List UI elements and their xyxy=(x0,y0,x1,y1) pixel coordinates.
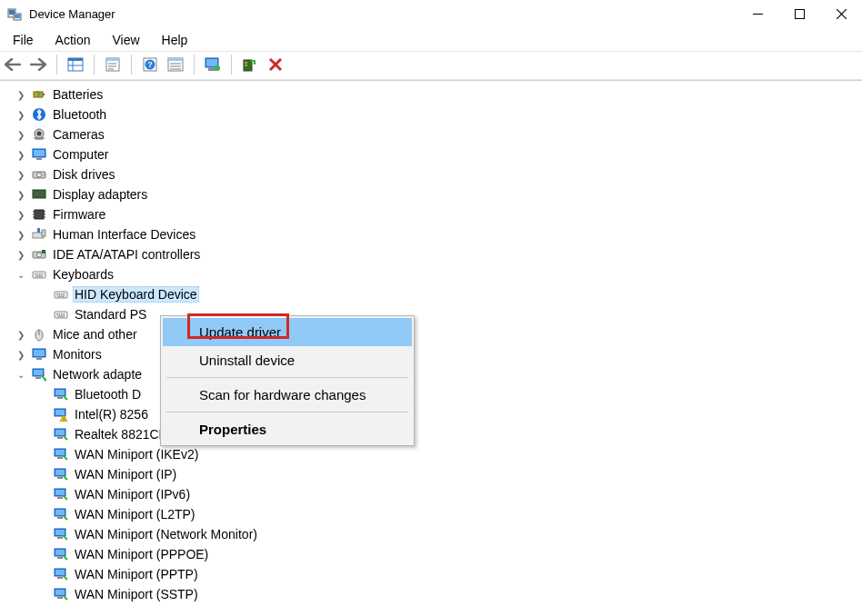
expand-icon[interactable]: ❯ xyxy=(15,330,27,340)
network-adapter-icon xyxy=(53,506,69,522)
svg-rect-57 xyxy=(37,228,40,233)
svg-rect-79 xyxy=(57,316,65,317)
toolbar-detail-view-button[interactable] xyxy=(165,54,186,75)
expand-icon[interactable]: ❯ xyxy=(15,190,27,200)
network-adapter-icon xyxy=(53,526,69,542)
firmware-icon xyxy=(31,206,47,223)
svg-point-44 xyxy=(37,173,42,177)
svg-rect-114 xyxy=(55,550,65,555)
expand-icon[interactable]: ❯ xyxy=(15,90,27,100)
menu-help[interactable]: Help xyxy=(153,31,197,49)
tree-item-hid-keyboard[interactable]: · HID Keyboard Device xyxy=(36,284,862,304)
toolbar-properties-button[interactable] xyxy=(102,54,124,75)
tree-label: WAN Miniport (PPPOE) xyxy=(73,546,210,562)
tree-item-disk-drives[interactable]: ❯ Disk drives xyxy=(15,164,862,184)
svg-point-39 xyxy=(37,132,42,136)
collapse-icon[interactable]: ⌄ xyxy=(15,270,27,280)
tree-label: WAN Miniport (Network Monitor) xyxy=(73,526,259,542)
expand-icon[interactable]: ❯ xyxy=(15,130,27,140)
tree-label: Network adapte xyxy=(51,366,144,383)
svg-rect-86 xyxy=(34,370,43,375)
toolbar-scan-button[interactable] xyxy=(202,54,224,75)
tree-item-wan-ikev2[interactable]: ·WAN Miniport (IKEv2) xyxy=(36,444,862,464)
minimize-button[interactable] xyxy=(737,0,778,29)
tree-item-computer[interactable]: ❯ Computer xyxy=(15,144,862,164)
tree-item-wan-ip[interactable]: ·WAN Miniport (IP) xyxy=(36,464,862,484)
svg-rect-67 xyxy=(35,276,43,277)
tree-item-wan-sstp[interactable]: ·WAN Miniport (SSTP) xyxy=(36,584,862,604)
context-menu-scan-hardware[interactable]: Scan for hardware changes xyxy=(163,381,412,409)
menu-file[interactable]: File xyxy=(4,31,43,49)
toolbar-forward-button[interactable] xyxy=(27,54,49,75)
device-tree[interactable]: ❯ Batteries ❯ Bluetooth ❯ Cameras ❯ xyxy=(0,80,862,612)
svg-rect-96 xyxy=(55,430,65,435)
tree-item-wan-pppoe[interactable]: ·WAN Miniport (PPPOE) xyxy=(36,544,862,564)
menubar: File Action View Help xyxy=(0,29,862,51)
titlebar: Device Manager xyxy=(0,0,862,29)
svg-rect-105 xyxy=(55,490,65,495)
tree-label: Display adapters xyxy=(51,186,149,203)
svg-point-60 xyxy=(37,253,42,257)
svg-rect-111 xyxy=(55,530,65,535)
expand-icon[interactable]: ❯ xyxy=(15,110,27,120)
tree-item-bluetooth[interactable]: ❯ Bluetooth xyxy=(15,104,862,124)
tree-item-wan-pptp[interactable]: ·WAN Miniport (PPTP) xyxy=(36,564,862,584)
tree-item-cameras[interactable]: ❯ Cameras xyxy=(15,124,862,144)
toolbar-back-button[interactable] xyxy=(2,54,24,75)
tree-item-display-adapters[interactable]: ❯ Display adapters xyxy=(15,184,862,204)
expand-icon[interactable]: ❯ xyxy=(15,250,27,260)
tree-item-monitors[interactable]: ❯ Monitors xyxy=(15,344,862,364)
context-menu-update-driver[interactable]: Update driver xyxy=(163,318,412,346)
tree-label: WAN Miniport (IKEv2) xyxy=(73,446,200,462)
svg-rect-115 xyxy=(57,557,63,559)
tree-item-wan-ipv6[interactable]: ·WAN Miniport (IPv6) xyxy=(36,484,862,504)
menu-action[interactable]: Action xyxy=(46,31,100,49)
tree-label: WAN Miniport (L2TP) xyxy=(73,506,197,522)
expand-icon[interactable]: ❯ xyxy=(15,350,27,360)
svg-rect-100 xyxy=(57,457,63,459)
expand-icon[interactable]: ❯ xyxy=(15,170,27,180)
mouse-icon xyxy=(31,326,47,343)
tree-item-keyboards[interactable]: ⌄ Keyboards xyxy=(15,264,862,284)
tree-item-firmware[interactable]: ❯ Firmware xyxy=(15,204,862,224)
tree-label: Disk drives xyxy=(51,166,116,183)
context-menu-uninstall-device[interactable]: Uninstall device xyxy=(163,346,412,374)
tree-item-batteries[interactable]: ❯ Batteries xyxy=(15,84,862,104)
toolbar-separator xyxy=(194,55,195,75)
svg-rect-93 xyxy=(55,410,65,415)
collapse-icon[interactable]: ⌄ xyxy=(15,370,27,380)
svg-rect-63 xyxy=(35,273,36,275)
svg-rect-102 xyxy=(55,470,65,475)
maximize-button[interactable] xyxy=(778,0,820,29)
tree-label: Bluetooth D xyxy=(73,386,143,402)
tree-label: Firmware xyxy=(51,206,107,223)
no-toggle: · xyxy=(36,310,49,320)
svg-rect-35 xyxy=(43,94,45,95)
menu-view[interactable]: View xyxy=(103,31,148,49)
tree-item-mice[interactable]: ❯ Mice and other xyxy=(15,324,862,344)
svg-rect-103 xyxy=(57,477,63,479)
toolbar: ? xyxy=(0,51,862,80)
network-adapter-icon xyxy=(53,426,69,442)
tree-item-wan-nm[interactable]: ·WAN Miniport (Network Monitor) xyxy=(36,524,862,544)
device-manager-icon xyxy=(7,7,22,22)
toolbar-uninstall-button[interactable] xyxy=(265,54,286,75)
tree-item-wan-l2tp[interactable]: ·WAN Miniport (L2TP) xyxy=(36,504,862,524)
svg-point-28 xyxy=(215,65,220,71)
svg-rect-108 xyxy=(55,510,65,515)
expand-icon[interactable]: ❯ xyxy=(15,230,27,240)
expand-icon[interactable]: ❯ xyxy=(15,210,27,220)
toolbar-show-hidden-button[interactable] xyxy=(65,54,86,75)
network-adapter-warning-icon: ! xyxy=(53,406,69,422)
context-menu-properties[interactable]: Properties xyxy=(163,415,412,443)
toolbar-add-legacy-button[interactable] xyxy=(239,54,261,75)
close-button[interactable] xyxy=(820,0,862,29)
tree-item-network-adapters[interactable]: ⌄ Network adapte xyxy=(15,364,862,384)
tree-item-hid[interactable]: ❯ Human Interface Devices xyxy=(15,224,862,244)
battery-icon xyxy=(31,86,47,103)
network-adapter-icon xyxy=(53,546,69,562)
toolbar-help-button[interactable]: ? xyxy=(139,54,161,75)
svg-rect-66 xyxy=(42,273,44,275)
expand-icon[interactable]: ❯ xyxy=(15,150,27,160)
tree-item-ide[interactable]: ❯ IDE ATA/ATAPI controllers xyxy=(15,244,862,264)
